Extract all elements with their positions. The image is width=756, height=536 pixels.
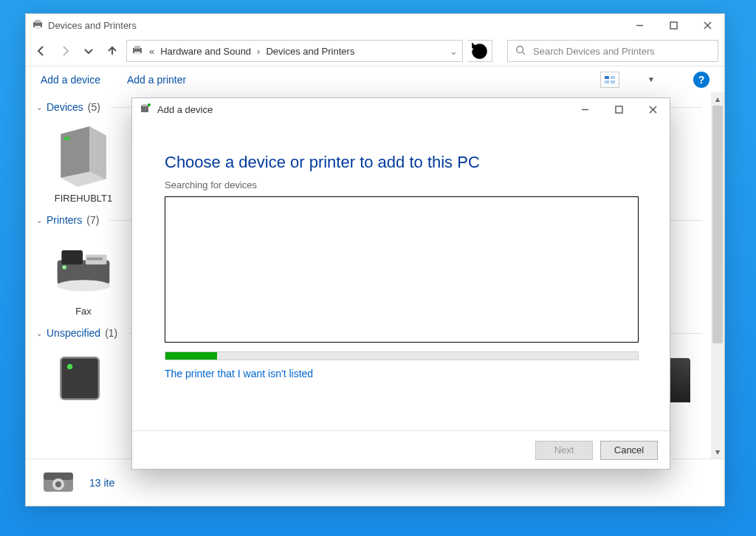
recent-dropdown[interactable] <box>79 41 98 61</box>
device-pc-label: FIREHUBLT1 <box>55 193 113 204</box>
svg-rect-8 <box>134 46 140 49</box>
device-fax[interactable]: Fax <box>39 233 128 317</box>
nav-row: « Hardware and Sound › Devices and Print… <box>26 36 724 66</box>
progress-fill <box>165 352 217 360</box>
chevron-down-icon[interactable]: ⌄ <box>450 46 458 57</box>
group-unspecified-count: (1) <box>105 327 117 339</box>
scrollbar-thumb[interactable] <box>712 106 723 343</box>
search-progress <box>165 351 639 360</box>
svg-point-28 <box>67 364 72 369</box>
wizard-subheading: Searching for devices <box>165 179 637 190</box>
device-list[interactable] <box>165 196 639 343</box>
group-unspecified-label: Unspecified <box>47 327 100 339</box>
wizard-footer: Next Cancel <box>132 430 670 469</box>
svg-line-11 <box>523 52 526 55</box>
address-bar[interactable]: « Hardware and Sound › Devices and Print… <box>126 40 463 62</box>
svg-rect-34 <box>142 104 147 106</box>
device-fax-label: Fax <box>75 306 92 317</box>
svg-rect-24 <box>87 258 103 261</box>
chevron-down-icon: ⌄ <box>36 329 42 337</box>
svg-rect-39 <box>616 106 622 113</box>
printer-icon <box>131 44 143 58</box>
device-box-icon <box>52 346 115 414</box>
group-printers-label: Printers <box>47 214 82 226</box>
help-button[interactable]: ? <box>693 72 709 88</box>
search-input[interactable] <box>532 45 710 58</box>
next-button: Next <box>535 441 593 460</box>
breadcrumb-devices[interactable]: Devices and Printers <box>266 46 354 57</box>
search-icon <box>515 45 526 58</box>
group-devices-count: (5) <box>88 101 100 113</box>
wizard-titlebar: Add a device <box>132 98 670 120</box>
wizard-title: Add a device <box>157 104 213 115</box>
svg-marker-17 <box>61 126 89 178</box>
scroll-down-icon[interactable]: ▾ <box>711 445 724 458</box>
camera-icon <box>41 467 76 498</box>
svg-rect-4 <box>670 22 677 29</box>
cancel-button[interactable]: Cancel <box>600 441 658 460</box>
breadcrumb-prefix: « <box>149 46 154 57</box>
wizard-close-button[interactable] <box>636 98 670 120</box>
chevron-down-icon: ⌄ <box>36 216 42 224</box>
printer-icon <box>32 18 44 32</box>
chevron-right-icon: › <box>257 46 260 57</box>
view-mode-button[interactable] <box>600 72 619 88</box>
wizard-minimize-button[interactable] <box>568 98 602 120</box>
add-device-icon <box>140 103 151 117</box>
status-text: 13 ite <box>89 477 114 489</box>
forward-button <box>55 41 75 61</box>
up-button[interactable] <box>103 41 122 61</box>
svg-rect-19 <box>63 137 69 140</box>
vertical-scrollbar[interactable]: ▴ ▾ <box>711 92 724 458</box>
back-button[interactable] <box>32 41 51 61</box>
window-title: Devices and Printers <box>48 20 137 31</box>
refresh-button[interactable] <box>467 40 492 62</box>
breadcrumb-hardware[interactable]: Hardware and Sound <box>160 46 251 57</box>
svg-rect-13 <box>611 76 615 79</box>
maximize-button[interactable] <box>656 14 690 36</box>
svg-rect-14 <box>605 80 609 83</box>
chevron-down-icon: ⌄ <box>36 103 42 111</box>
group-devices-label: Devices <box>47 101 83 113</box>
svg-rect-9 <box>134 52 140 55</box>
svg-rect-21 <box>61 250 83 264</box>
command-bar: Add a device Add a printer ▼ ? <box>26 66 724 92</box>
chevron-down-icon[interactable]: ▼ <box>647 75 655 83</box>
wizard-heading: Choose a device or printer to add to thi… <box>165 153 637 172</box>
printer-not-listed-link[interactable]: The printer that I want isn't listed <box>165 368 637 379</box>
svg-point-10 <box>517 46 523 52</box>
svg-rect-12 <box>605 76 609 79</box>
svg-rect-33 <box>141 106 148 112</box>
svg-point-23 <box>57 280 111 291</box>
svg-rect-15 <box>611 80 615 83</box>
minimize-button[interactable] <box>622 14 656 36</box>
wizard-body: Choose a device or printer to add to thi… <box>132 120 670 430</box>
explorer-titlebar: Devices and Printers <box>26 14 724 36</box>
search-box[interactable] <box>507 40 718 62</box>
add-printer-command[interactable]: Add a printer <box>127 74 186 86</box>
wizard-maximize-button[interactable] <box>602 98 636 120</box>
add-device-command[interactable]: Add a device <box>41 74 100 86</box>
close-button[interactable] <box>690 14 724 36</box>
add-device-wizard: Add a device Choose a device or printer … <box>131 97 670 470</box>
svg-point-25 <box>62 265 66 269</box>
pc-tower-icon <box>52 120 115 188</box>
svg-point-32 <box>55 481 61 487</box>
group-printers-count: (7) <box>86 214 99 226</box>
device-unspecified[interactable] <box>39 346 128 414</box>
scroll-up-icon[interactable]: ▴ <box>711 92 724 106</box>
svg-rect-26 <box>61 357 99 399</box>
device-pc[interactable]: FIREHUBLT1 <box>39 120 128 204</box>
svg-rect-2 <box>35 26 41 29</box>
fax-icon <box>52 233 115 301</box>
svg-rect-1 <box>35 20 41 23</box>
svg-marker-18 <box>89 126 106 179</box>
